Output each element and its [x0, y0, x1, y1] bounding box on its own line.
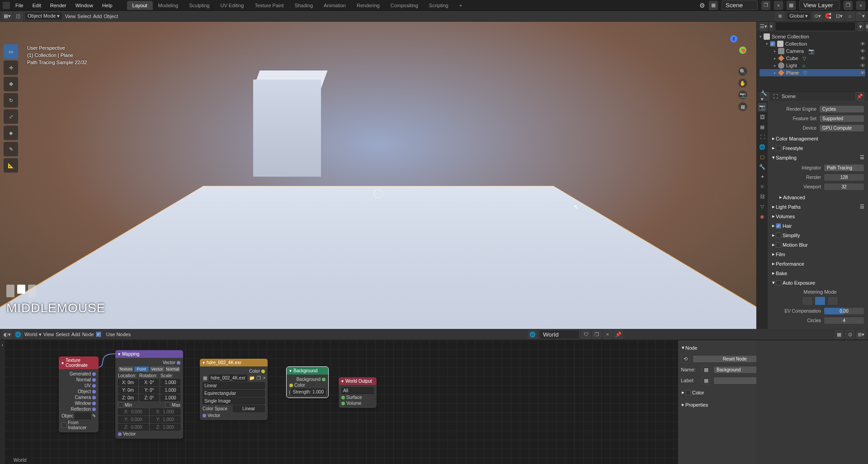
world-delete-icon[interactable]: × — [603, 330, 612, 339]
loc-x[interactable]: X: 0m — [118, 379, 138, 386]
from-instancer-checkbox[interactable] — [61, 422, 66, 428]
metering-1[interactable] — [802, 296, 813, 305]
filter-icon[interactable]: ▼ — [858, 22, 863, 31]
rotate-tool[interactable]: ↻ — [4, 93, 18, 108]
annotate-tool[interactable]: ✎ — [4, 142, 18, 156]
motionblur-checkbox[interactable] — [776, 242, 781, 248]
particles-tab-icon[interactable]: ✦ — [758, 172, 767, 181]
film-panel[interactable]: ▸Film — [771, 249, 864, 259]
light-paths-panel[interactable]: ▸Light Paths☰ — [771, 202, 864, 211]
node-browse-icon[interactable]: ▦ — [702, 365, 711, 374]
world-tab-icon[interactable]: 🌐 — [758, 142, 767, 151]
scene-delete-icon[interactable]: × — [774, 1, 783, 10]
scene-name-field[interactable] — [722, 0, 758, 10]
mapping-point-tab[interactable]: Point — [134, 366, 150, 372]
object-menu[interactable]: Object — [104, 14, 118, 19]
z-axis[interactable]: Z — [730, 35, 737, 42]
loc-y[interactable]: Y: 0m — [118, 387, 138, 394]
x-axis-dot[interactable] — [742, 49, 745, 52]
help-menu[interactable]: Help — [99, 2, 116, 9]
circles-input[interactable]: 4 — [824, 317, 864, 324]
new-collection-icon[interactable]: ⊞ — [865, 22, 868, 31]
autoexposure-checkbox[interactable] — [776, 280, 781, 286]
camera-view-icon[interactable]: 📷 — [738, 90, 747, 99]
simplify-checkbox[interactable] — [776, 233, 781, 238]
light-row[interactable]: ▸Light☼👁 — [760, 62, 865, 69]
cursor-tool[interactable]: ✛ — [4, 61, 18, 75]
tab-shading[interactable]: Shading — [289, 1, 318, 10]
tab-rendering[interactable]: Rendering — [351, 1, 385, 10]
viewlayer-new-icon[interactable]: ❐ — [844, 1, 853, 10]
frame-select[interactable]: Single Image — [203, 398, 265, 404]
world-output-node[interactable]: ▾World Output All Surface Volume — [339, 377, 377, 408]
max-y[interactable]: Y: 1.000 — [150, 416, 181, 423]
node-add-menu[interactable]: Add — [71, 332, 80, 337]
render-menu[interactable]: Render — [47, 2, 70, 9]
nodecolor-checkbox[interactable] — [685, 390, 691, 395]
freestyle-panel[interactable]: ▸ Freestyle — [771, 143, 864, 153]
advanced-panel[interactable]: ▸Advanced — [776, 192, 864, 202]
editor-type-icon[interactable]: ◐▾ — [3, 330, 12, 339]
viewlayer-delete-icon[interactable]: × — [856, 1, 865, 10]
outliner-type-icon[interactable]: ☰▾ — [760, 22, 768, 31]
min-y[interactable]: Y: 0.000 — [118, 416, 149, 423]
performance-panel[interactable]: ▸Performance — [771, 259, 864, 268]
window-menu[interactable]: Window — [72, 2, 97, 9]
move-tool[interactable]: ✥ — [4, 77, 18, 91]
img-open-icon[interactable]: 📁 — [249, 375, 255, 381]
mode-icon[interactable]: ◫ — [14, 12, 23, 21]
outliner-display-icon[interactable]: ▾ — [769, 22, 773, 31]
colorspace-select[interactable]: Linear — [233, 405, 265, 412]
label-browse-icon[interactable]: ▦ — [702, 376, 711, 385]
cube-object[interactable] — [253, 80, 321, 177]
freestyle-checkbox[interactable] — [776, 145, 781, 151]
rot-x[interactable]: X: 0° — [139, 379, 159, 386]
select-box-tool[interactable]: ▭ — [4, 44, 18, 59]
cube-row[interactable]: ▸Cube▽👁 — [760, 55, 865, 62]
file-menu[interactable]: File — [12, 2, 27, 9]
transform-tool[interactable]: ◈ — [4, 126, 18, 140]
render-engine-select[interactable]: Cycles — [819, 105, 864, 113]
world-shield-icon[interactable]: 🛡 — [581, 330, 590, 339]
scale-y[interactable]: 1.000 — [160, 387, 180, 394]
select-menu[interactable]: Select — [77, 14, 91, 19]
scene-collection-row[interactable]: ▾Scene Collection — [760, 33, 865, 40]
metering-2[interactable] — [815, 296, 826, 305]
tab-sculpting[interactable]: Sculpting — [184, 1, 215, 10]
node-pin-icon[interactable]: 📌 — [614, 330, 623, 339]
scene-new-icon[interactable]: ❐ — [761, 1, 770, 10]
world-new-icon[interactable]: ❐ — [592, 330, 601, 339]
scene-tab-icon[interactable]: ⛶ — [758, 132, 767, 141]
props-type-icon[interactable]: 🔧▾ — [760, 92, 769, 101]
hair-panel[interactable]: ▸ Hair — [771, 221, 864, 230]
node-view-menu[interactable]: View — [43, 332, 54, 337]
settings-icon[interactable]: ⚙ — [699, 2, 705, 9]
mapping-node[interactable]: ▾Mapping Vector Texture Point Vector Nor… — [115, 350, 183, 439]
world-selector[interactable]: World ▾ — [24, 332, 42, 337]
scale-z[interactable]: 1.000 — [160, 394, 180, 401]
tab-layout[interactable]: Layout — [127, 1, 153, 10]
snap-toggle[interactable]: 🧲 — [824, 12, 833, 21]
add-menu[interactable]: Add — [93, 14, 102, 19]
auto-exposure-panel[interactable]: ▾ Auto Exposure — [771, 278, 864, 287]
img-unlink-icon[interactable]: × — [263, 375, 266, 381]
pivot-icon[interactable]: ⊙▾ — [813, 12, 822, 21]
max-z[interactable]: Z: 1.000 — [150, 424, 181, 431]
tab-texpaint[interactable]: Texture Paint — [249, 1, 289, 10]
proportional-toggle[interactable]: ○ — [845, 12, 854, 21]
constraints-tab-icon[interactable]: ⛓ — [758, 192, 767, 201]
physics-tab-icon[interactable]: ⚛ — [758, 182, 767, 191]
tab-modeling[interactable]: Modeling — [153, 1, 184, 10]
outliner[interactable]: ▾Scene Collection ▾Collection👁 ▸Camera📷👁… — [757, 31, 868, 91]
node-editor-canvas[interactable]: ▾Texture Coordinate Generated Normal UV … — [5, 340, 678, 464]
orientation-gizmo[interactable]: Z Y — [720, 35, 747, 62]
projection-select[interactable]: Equirectangular — [203, 390, 265, 397]
color-mgmt-panel[interactable]: ▸Color Management — [771, 134, 864, 143]
tab-compositing[interactable]: Compositing — [385, 1, 424, 10]
viewlayer-tab-icon[interactable]: ▦ — [758, 122, 767, 131]
volumes-panel[interactable]: ▸Volumes — [771, 211, 864, 221]
mapping-vector-tab[interactable]: Vector — [149, 366, 165, 372]
backdrop-icon[interactable]: ▦ — [835, 330, 844, 339]
world-name-field[interactable] — [539, 330, 580, 339]
node-select-menu[interactable]: Select — [56, 332, 70, 337]
